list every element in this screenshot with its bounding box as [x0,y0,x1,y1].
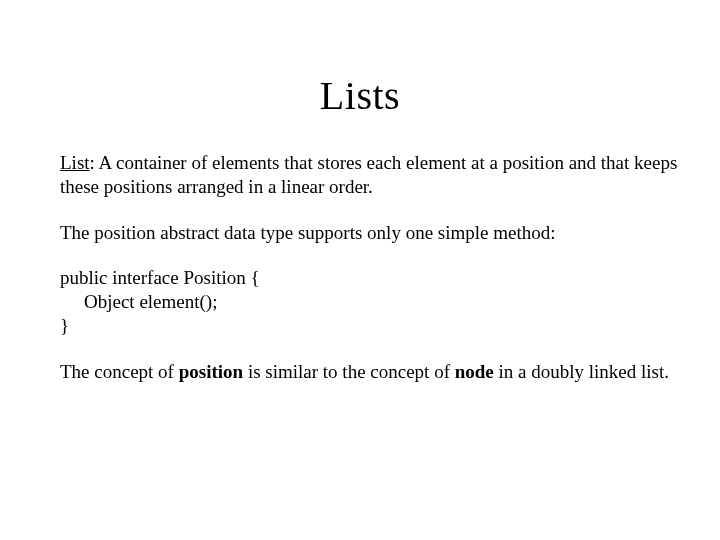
definition-paragraph: List: A container of elements that store… [60,151,680,199]
concept-text-3: in a doubly linked list. [494,361,669,382]
code-line-1: public interface Position { [60,266,680,290]
slide: Lists List: A container of elements that… [0,72,720,540]
keyword-position: position [179,361,243,382]
code-line-2: Object element(); [60,290,680,314]
term-list: List [60,152,90,173]
slide-body: List: A container of elements that store… [60,151,680,383]
slide-title: Lists [0,72,720,119]
concept-text-1: The concept of [60,361,179,382]
concept-text-2: is similar to the concept of [243,361,455,382]
adt-intro: The position abstract data type supports… [60,221,680,245]
code-line-3: } [60,314,680,338]
concept-paragraph: The concept of position is similar to th… [60,360,680,384]
definition-text: : A container of elements that stores ea… [60,152,677,197]
keyword-node: node [455,361,494,382]
code-block: public interface Position { Object eleme… [60,266,680,337]
